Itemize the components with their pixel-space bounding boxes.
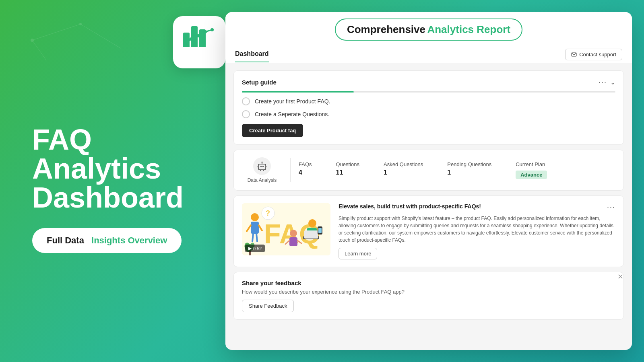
left-panel: FAQ Analytics Dashboard Full Data Insigh… (0, 0, 250, 362)
dashboard-nav: Dashboard Contact support (235, 49, 622, 64)
stat-pending: Pending Questions 1 (447, 161, 491, 179)
plan-value: Advance (516, 171, 547, 179)
feedback-close-button[interactable]: ✕ (617, 272, 623, 281)
badge-full-text: Full Data (47, 235, 84, 246)
dashboard-header: Comprehensive Analytics Report Dashboard… (225, 12, 632, 64)
pending-label: Pending Questions (447, 161, 491, 167)
svg-point-28 (190, 37, 193, 41)
feedback-title: Share your feedback (242, 280, 615, 286)
dashboard-panel: Comprehensive Analytics Report Dashboard… (225, 12, 632, 350)
setup-items: Create your first Product FAQ. Create a … (242, 97, 615, 118)
data-analysis-icon-area: Data Analysis (242, 157, 282, 183)
create-product-faq-button[interactable]: Create Product faq (242, 124, 303, 137)
learn-more-button[interactable]: Learn more (339, 248, 377, 259)
logo-line-chart (183, 28, 215, 48)
report-title-badge: Comprehensive Analytics Report (335, 19, 522, 41)
dashboard-nav-title: Dashboard (235, 50, 269, 62)
data-analysis-card: Data Analysis FAQs 4 Questions 11 Asked … (233, 150, 624, 191)
svg-rect-55 (304, 230, 318, 239)
contact-support-button[interactable]: Contact support (565, 49, 622, 60)
setup-item-2-text: Create a Seperate Questions. (255, 111, 329, 117)
setup-guide-actions: ··· ⌄ (599, 78, 615, 86)
stat-plan: Current Plan Advance (516, 161, 547, 179)
svg-rect-33 (258, 164, 266, 170)
contact-support-label: Contact support (579, 51, 616, 58)
svg-point-44 (251, 213, 259, 221)
insights-badge: Full Data Insights Overview (32, 228, 182, 253)
data-analysis-icon (253, 157, 271, 175)
setup-guide-menu-button[interactable]: ··· (599, 78, 607, 86)
pending-value: 1 (447, 169, 491, 176)
video-duration: 0:52 (253, 246, 262, 251)
setup-radio-1[interactable] (242, 97, 250, 105)
svg-point-29 (197, 34, 200, 37)
setup-item-1: Create your first Product FAQ. (242, 97, 615, 105)
svg-rect-45 (251, 222, 259, 234)
setup-radio-2[interactable] (242, 110, 250, 118)
play-button[interactable]: ▶ 0:52 (245, 245, 265, 252)
dashboard-content: Setup guide ··· ⌄ Create your first Prod… (225, 64, 632, 350)
play-icon: ▶ (248, 246, 252, 251)
faq-promo-content: Elevate sales, build trust with product-… (339, 203, 615, 259)
faq-promo-image: FAQ ? (242, 203, 330, 255)
svg-point-31 (211, 28, 214, 31)
setup-progress-bar-fill (242, 91, 354, 93)
svg-point-37 (262, 162, 263, 163)
stat-asked: Asked Questions 1 (384, 161, 423, 179)
setup-guide-header: Setup guide ··· ⌄ (242, 78, 615, 86)
svg-point-27 (184, 42, 187, 45)
stat-faqs: FAQs 4 (299, 161, 312, 179)
report-title-black: Comprehensive (347, 23, 425, 35)
faq-promo-header: Elevate sales, build trust with product-… (339, 203, 615, 212)
faq-promo-menu-button[interactable]: ··· (607, 203, 615, 212)
share-feedback-button[interactable]: Share Feedback (242, 300, 294, 312)
report-title-green: Analytics Report (427, 23, 510, 35)
badge-colored-text: Insights Overview (91, 235, 167, 246)
data-divider (290, 158, 291, 182)
setup-item-1-text: Create your first Product FAQ. (255, 98, 330, 105)
faq-promo-description: Simplify product support with Shopify's … (339, 215, 615, 244)
faq-promo-title: Elevate sales, build trust with product-… (339, 203, 481, 210)
asked-label: Asked Questions (384, 161, 423, 167)
svg-rect-34 (260, 166, 262, 167)
setup-guide-title: Setup guide (242, 79, 277, 86)
svg-rect-35 (262, 166, 264, 167)
data-analysis-label: Data Analysis (248, 177, 277, 183)
setup-guide-card: Setup guide ··· ⌄ Create your first Prod… (233, 70, 624, 145)
svg-line-48 (252, 234, 253, 241)
faq-title: FAQ Analytics Dashboard (32, 125, 184, 212)
asked-value: 1 (384, 169, 423, 176)
analysis-svg-icon (257, 161, 267, 171)
faq-promo-card: FAQ ? (233, 195, 624, 267)
svg-point-30 (204, 30, 207, 33)
faqs-label: FAQs (299, 161, 312, 167)
stat-questions: Questions 11 (336, 161, 360, 179)
feedback-description: How would you describe your experience u… (242, 289, 615, 295)
svg-rect-57 (318, 228, 322, 233)
svg-text:?: ? (266, 209, 270, 217)
support-icon (571, 52, 577, 58)
faqs-value: 4 (299, 169, 312, 176)
plan-label: Current Plan (516, 161, 547, 167)
feedback-card: ✕ Share your feedback How would you desc… (233, 272, 624, 320)
svg-rect-59 (289, 237, 297, 246)
setup-progress-bar-container (242, 91, 615, 93)
setup-item-2: Create a Seperate Questions. (242, 110, 615, 118)
questions-value: 11 (336, 169, 360, 176)
svg-line-49 (256, 234, 257, 241)
data-stats: FAQs 4 Questions 11 Asked Questions 1 Pe… (299, 161, 615, 179)
svg-point-58 (290, 230, 297, 237)
setup-guide-collapse-button[interactable]: ⌄ (610, 78, 615, 86)
questions-label: Questions (336, 161, 360, 167)
logo-box (173, 16, 225, 68)
svg-point-52 (308, 219, 316, 227)
